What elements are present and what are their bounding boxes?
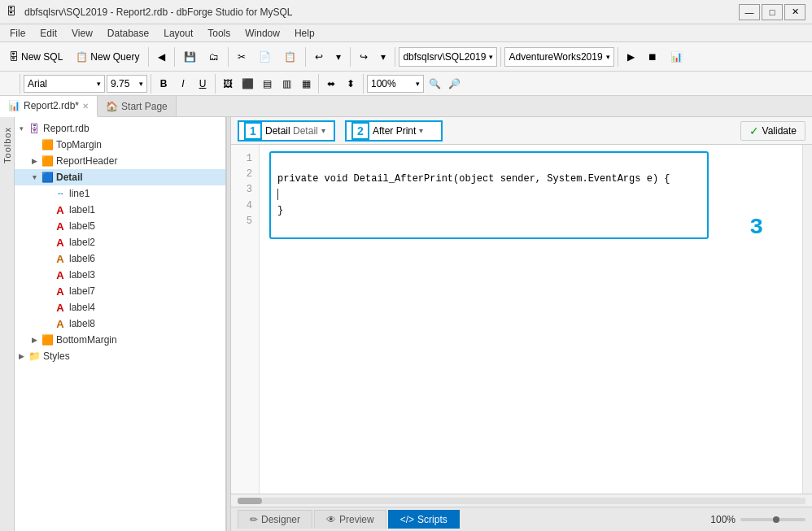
tree-label7[interactable]: A label7 bbox=[15, 283, 225, 299]
sep-f2 bbox=[151, 74, 151, 94]
hscroll-track[interactable] bbox=[238, 498, 805, 504]
code-editor-area[interactable]: 1 2 3 4 5 private void Detail_AfterPrint… bbox=[231, 145, 812, 494]
stop-button[interactable]: ⏹ bbox=[642, 48, 663, 66]
tab-start[interactable]: 🏠 Start Page bbox=[98, 96, 177, 116]
indent-button[interactable]: ⬌ bbox=[322, 75, 340, 93]
redo-dropdown[interactable]: ▾ bbox=[375, 48, 391, 66]
tab-report[interactable]: 📊 Report2.rdb* ✕ bbox=[0, 96, 98, 117]
tab-report-close[interactable]: ✕ bbox=[82, 102, 89, 111]
zoom-track[interactable] bbox=[740, 518, 805, 521]
bottommargin-label: BottomMargin bbox=[56, 334, 117, 346]
close-button[interactable]: ✕ bbox=[784, 4, 805, 20]
copy-button[interactable]: 📄 bbox=[253, 48, 277, 66]
font-selector[interactable]: Arial ▾ bbox=[24, 75, 105, 93]
event-selector[interactable]: 2 After Print ▾ bbox=[345, 120, 443, 141]
font-size-selector[interactable]: 9.75 ▾ bbox=[107, 75, 147, 93]
align-justify-button[interactable]: ▦ bbox=[297, 75, 315, 93]
tab-report-icon: 📊 bbox=[8, 100, 20, 111]
cut-button[interactable]: ✂ bbox=[232, 48, 251, 66]
zoom-selector[interactable]: 100% ▾ bbox=[367, 75, 424, 93]
underline-button[interactable]: U bbox=[194, 75, 212, 93]
detail-arrow[interactable]: ▾ bbox=[28, 173, 41, 181]
menu-tools[interactable]: Tools bbox=[201, 26, 237, 41]
new-sql-icon: 🗄 bbox=[9, 51, 19, 63]
label2-label: label2 bbox=[69, 237, 95, 248]
paste-button[interactable]: 📋 bbox=[278, 48, 302, 66]
plan-button[interactable]: 📊 bbox=[665, 48, 688, 66]
save-all-button[interactable]: 🗂 bbox=[203, 48, 225, 66]
tree-line1[interactable]: ╌ line1 bbox=[15, 185, 225, 202]
tree-label8[interactable]: A label8 bbox=[15, 316, 225, 332]
code-content[interactable]: private void Detail_AfterPrint(object se… bbox=[260, 145, 812, 494]
menu-file[interactable]: File bbox=[3, 26, 32, 41]
label3-icon: A bbox=[54, 268, 67, 281]
undo-button[interactable]: ↩ bbox=[309, 48, 329, 66]
vscrollbar[interactable] bbox=[802, 145, 812, 494]
menu-help[interactable]: Help bbox=[288, 26, 321, 41]
run-button[interactable]: ▶ bbox=[622, 48, 640, 66]
reportheader-icon: 🟧 bbox=[41, 155, 54, 168]
new-query-button[interactable]: 📋 New Query bbox=[70, 48, 145, 66]
italic-button[interactable]: I bbox=[174, 75, 192, 93]
nav-back-button[interactable]: ◀ bbox=[152, 48, 171, 66]
connection-schema-dropdown[interactable]: AdventureWorks2019 ▾ bbox=[504, 47, 613, 67]
connection-server-dropdown[interactable]: dbfsqlsrv\SQL2019 ▾ bbox=[399, 47, 497, 67]
hscroll-thumb[interactable] bbox=[238, 498, 262, 504]
label7-label: label7 bbox=[69, 285, 95, 297]
separator-8 bbox=[618, 47, 618, 67]
tree-topmargin[interactable]: 🟧 TopMargin bbox=[15, 137, 225, 153]
undo-dropdown[interactable]: ▾ bbox=[330, 48, 347, 66]
validate-button[interactable]: ✓ Validate bbox=[740, 121, 805, 141]
separator-6 bbox=[395, 47, 395, 67]
bold-button[interactable]: B bbox=[155, 75, 172, 93]
tab-designer[interactable]: ✏ Designer bbox=[238, 510, 312, 529]
label5-label: label5 bbox=[69, 220, 95, 232]
menu-edit[interactable]: Edit bbox=[33, 26, 63, 41]
minimize-button[interactable]: — bbox=[739, 4, 760, 20]
tree-label1[interactable]: A label1 bbox=[15, 202, 225, 218]
menu-layout[interactable]: Layout bbox=[157, 26, 199, 41]
section-selector[interactable]: 1 Detail Detail ▾ bbox=[238, 120, 335, 141]
zoom-in-button[interactable]: 🔍 bbox=[426, 75, 443, 93]
label8-icon: A bbox=[54, 317, 67, 330]
tree-bottommargin[interactable]: ▶ 🟧 BottomMargin bbox=[15, 332, 225, 348]
label2-icon: A bbox=[54, 236, 67, 249]
bottommargin-arrow[interactable]: ▶ bbox=[28, 336, 41, 344]
align-right-button[interactable]: ▥ bbox=[277, 75, 295, 93]
preview-icon: 👁 bbox=[326, 514, 336, 525]
tree-reportheader[interactable]: ▶ 🟧 ReportHeader bbox=[15, 153, 225, 169]
tree-label4[interactable]: A label4 bbox=[15, 299, 225, 316]
reportheader-arrow[interactable]: ▶ bbox=[28, 157, 41, 165]
align-left-button[interactable]: ⬛ bbox=[238, 75, 256, 93]
tree-label5[interactable]: A label5 bbox=[15, 218, 225, 234]
tree-detail[interactable]: ▾ 🟦 Detail bbox=[15, 169, 225, 185]
tab-scripts[interactable]: </> Scripts bbox=[388, 510, 460, 529]
menu-view[interactable]: View bbox=[65, 26, 99, 41]
label1-icon: A bbox=[54, 203, 67, 216]
toolbox-label[interactable]: Toolbox bbox=[2, 127, 12, 163]
tree-styles[interactable]: ▶ 📁 Styles bbox=[15, 348, 225, 364]
horizontal-scrollbar[interactable] bbox=[231, 494, 812, 507]
new-sql-button[interactable]: 🗄 New SQL bbox=[3, 48, 68, 66]
scripts-icon: </> bbox=[400, 514, 414, 525]
styles-arrow[interactable]: ▶ bbox=[15, 352, 28, 360]
zoom-out-button[interactable]: 🔎 bbox=[445, 75, 463, 93]
menu-window[interactable]: Window bbox=[238, 26, 286, 41]
code-line-3 bbox=[277, 187, 701, 202]
tab-preview[interactable]: 👁 Preview bbox=[314, 510, 386, 529]
tree-label6[interactable]: A label6 bbox=[15, 250, 225, 267]
tree-label3[interactable]: A label3 bbox=[15, 267, 225, 283]
outdent-button[interactable]: ⬍ bbox=[342, 75, 360, 93]
image-button[interactable]: 🖼 bbox=[219, 75, 237, 93]
tree-label2[interactable]: A label2 bbox=[15, 234, 225, 250]
redo-button[interactable]: ↪ bbox=[354, 48, 373, 66]
separator-3 bbox=[228, 47, 229, 67]
menu-database[interactable]: Database bbox=[101, 26, 155, 41]
window-controls[interactable]: — □ ✕ bbox=[739, 4, 805, 20]
root-arrow[interactable]: ▾ bbox=[15, 124, 28, 133]
save-button[interactable]: 💾 bbox=[178, 48, 202, 66]
zoom-thumb[interactable] bbox=[773, 516, 779, 523]
maximize-button[interactable]: □ bbox=[762, 4, 783, 20]
tree-root[interactable]: ▾ 🗄 Report.rdb bbox=[15, 120, 225, 137]
align-center-button[interactable]: ▤ bbox=[258, 75, 276, 93]
